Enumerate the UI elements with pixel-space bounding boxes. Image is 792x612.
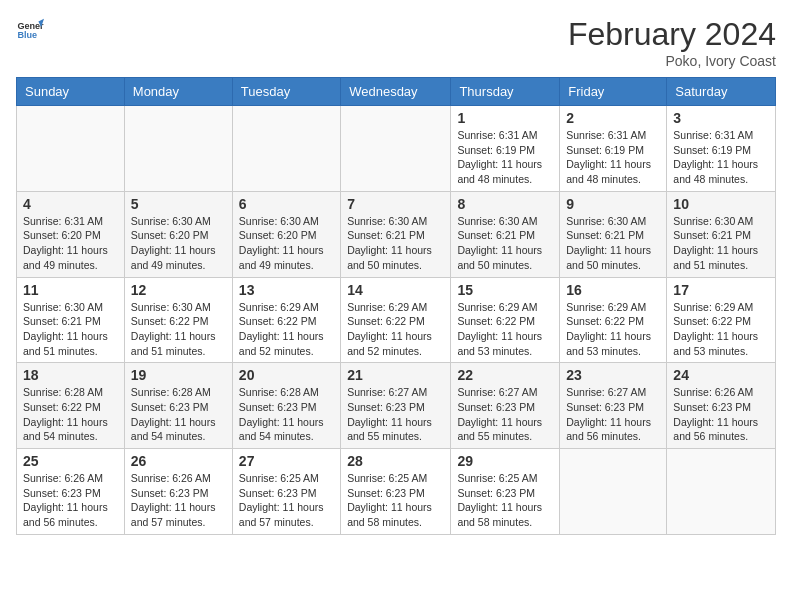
day-info: Sunrise: 6:30 AM Sunset: 6:21 PM Dayligh… — [457, 214, 553, 273]
table-row — [232, 106, 340, 192]
day-info: Sunrise: 6:26 AM Sunset: 6:23 PM Dayligh… — [673, 385, 769, 444]
day-info: Sunrise: 6:30 AM Sunset: 6:21 PM Dayligh… — [23, 300, 118, 359]
day-info: Sunrise: 6:25 AM Sunset: 6:23 PM Dayligh… — [239, 471, 334, 530]
table-row: 28Sunrise: 6:25 AM Sunset: 6:23 PM Dayli… — [341, 449, 451, 535]
col-sunday: Sunday — [17, 78, 125, 106]
day-info: Sunrise: 6:27 AM Sunset: 6:23 PM Dayligh… — [347, 385, 444, 444]
day-number: 1 — [457, 110, 553, 126]
calendar-subtitle: Poko, Ivory Coast — [568, 53, 776, 69]
calendar-week-row: 25Sunrise: 6:26 AM Sunset: 6:23 PM Dayli… — [17, 449, 776, 535]
day-info: Sunrise: 6:29 AM Sunset: 6:22 PM Dayligh… — [347, 300, 444, 359]
day-number: 14 — [347, 282, 444, 298]
day-info: Sunrise: 6:27 AM Sunset: 6:23 PM Dayligh… — [566, 385, 660, 444]
col-monday: Monday — [124, 78, 232, 106]
table-row: 23Sunrise: 6:27 AM Sunset: 6:23 PM Dayli… — [560, 363, 667, 449]
calendar-week-row: 11Sunrise: 6:30 AM Sunset: 6:21 PM Dayli… — [17, 277, 776, 363]
table-row: 14Sunrise: 6:29 AM Sunset: 6:22 PM Dayli… — [341, 277, 451, 363]
svg-text:Blue: Blue — [17, 30, 37, 40]
day-info: Sunrise: 6:29 AM Sunset: 6:22 PM Dayligh… — [239, 300, 334, 359]
day-number: 22 — [457, 367, 553, 383]
day-number: 19 — [131, 367, 226, 383]
day-number: 28 — [347, 453, 444, 469]
table-row: 11Sunrise: 6:30 AM Sunset: 6:21 PM Dayli… — [17, 277, 125, 363]
calendar-week-row: 1Sunrise: 6:31 AM Sunset: 6:19 PM Daylig… — [17, 106, 776, 192]
col-tuesday: Tuesday — [232, 78, 340, 106]
table-row: 27Sunrise: 6:25 AM Sunset: 6:23 PM Dayli… — [232, 449, 340, 535]
day-info: Sunrise: 6:27 AM Sunset: 6:23 PM Dayligh… — [457, 385, 553, 444]
day-number: 24 — [673, 367, 769, 383]
calendar-table: Sunday Monday Tuesday Wednesday Thursday… — [16, 77, 776, 535]
logo-icon: General Blue — [16, 16, 44, 44]
day-number: 20 — [239, 367, 334, 383]
day-number: 9 — [566, 196, 660, 212]
table-row: 15Sunrise: 6:29 AM Sunset: 6:22 PM Dayli… — [451, 277, 560, 363]
day-number: 25 — [23, 453, 118, 469]
day-number: 11 — [23, 282, 118, 298]
day-info: Sunrise: 6:26 AM Sunset: 6:23 PM Dayligh… — [23, 471, 118, 530]
table-row: 7Sunrise: 6:30 AM Sunset: 6:21 PM Daylig… — [341, 191, 451, 277]
day-info: Sunrise: 6:25 AM Sunset: 6:23 PM Dayligh… — [457, 471, 553, 530]
day-number: 21 — [347, 367, 444, 383]
day-number: 27 — [239, 453, 334, 469]
day-info: Sunrise: 6:28 AM Sunset: 6:22 PM Dayligh… — [23, 385, 118, 444]
table-row: 26Sunrise: 6:26 AM Sunset: 6:23 PM Dayli… — [124, 449, 232, 535]
title-area: February 2024 Poko, Ivory Coast — [568, 16, 776, 69]
table-row — [560, 449, 667, 535]
day-number: 8 — [457, 196, 553, 212]
day-info: Sunrise: 6:28 AM Sunset: 6:23 PM Dayligh… — [239, 385, 334, 444]
table-row: 17Sunrise: 6:29 AM Sunset: 6:22 PM Dayli… — [667, 277, 776, 363]
day-number: 4 — [23, 196, 118, 212]
day-info: Sunrise: 6:29 AM Sunset: 6:22 PM Dayligh… — [673, 300, 769, 359]
calendar-week-row: 18Sunrise: 6:28 AM Sunset: 6:22 PM Dayli… — [17, 363, 776, 449]
col-saturday: Saturday — [667, 78, 776, 106]
calendar-header-row: Sunday Monday Tuesday Wednesday Thursday… — [17, 78, 776, 106]
col-friday: Friday — [560, 78, 667, 106]
header: General Blue February 2024 Poko, Ivory C… — [16, 16, 776, 69]
table-row: 19Sunrise: 6:28 AM Sunset: 6:23 PM Dayli… — [124, 363, 232, 449]
day-number: 3 — [673, 110, 769, 126]
day-info: Sunrise: 6:28 AM Sunset: 6:23 PM Dayligh… — [131, 385, 226, 444]
day-info: Sunrise: 6:30 AM Sunset: 6:22 PM Dayligh… — [131, 300, 226, 359]
day-number: 6 — [239, 196, 334, 212]
table-row — [124, 106, 232, 192]
day-info: Sunrise: 6:31 AM Sunset: 6:19 PM Dayligh… — [566, 128, 660, 187]
table-row: 9Sunrise: 6:30 AM Sunset: 6:21 PM Daylig… — [560, 191, 667, 277]
table-row — [17, 106, 125, 192]
day-number: 10 — [673, 196, 769, 212]
day-number: 7 — [347, 196, 444, 212]
day-info: Sunrise: 6:29 AM Sunset: 6:22 PM Dayligh… — [457, 300, 553, 359]
table-row: 10Sunrise: 6:30 AM Sunset: 6:21 PM Dayli… — [667, 191, 776, 277]
table-row: 25Sunrise: 6:26 AM Sunset: 6:23 PM Dayli… — [17, 449, 125, 535]
day-info: Sunrise: 6:30 AM Sunset: 6:20 PM Dayligh… — [239, 214, 334, 273]
calendar-week-row: 4Sunrise: 6:31 AM Sunset: 6:20 PM Daylig… — [17, 191, 776, 277]
table-row: 18Sunrise: 6:28 AM Sunset: 6:22 PM Dayli… — [17, 363, 125, 449]
table-row: 2Sunrise: 6:31 AM Sunset: 6:19 PM Daylig… — [560, 106, 667, 192]
day-number: 26 — [131, 453, 226, 469]
table-row: 6Sunrise: 6:30 AM Sunset: 6:20 PM Daylig… — [232, 191, 340, 277]
table-row: 12Sunrise: 6:30 AM Sunset: 6:22 PM Dayli… — [124, 277, 232, 363]
col-thursday: Thursday — [451, 78, 560, 106]
day-info: Sunrise: 6:26 AM Sunset: 6:23 PM Dayligh… — [131, 471, 226, 530]
day-info: Sunrise: 6:30 AM Sunset: 6:21 PM Dayligh… — [566, 214, 660, 273]
table-row: 8Sunrise: 6:30 AM Sunset: 6:21 PM Daylig… — [451, 191, 560, 277]
day-info: Sunrise: 6:25 AM Sunset: 6:23 PM Dayligh… — [347, 471, 444, 530]
table-row: 16Sunrise: 6:29 AM Sunset: 6:22 PM Dayli… — [560, 277, 667, 363]
day-info: Sunrise: 6:30 AM Sunset: 6:21 PM Dayligh… — [673, 214, 769, 273]
logo: General Blue — [16, 16, 44, 44]
table-row: 21Sunrise: 6:27 AM Sunset: 6:23 PM Dayli… — [341, 363, 451, 449]
day-number: 18 — [23, 367, 118, 383]
day-info: Sunrise: 6:30 AM Sunset: 6:21 PM Dayligh… — [347, 214, 444, 273]
day-number: 12 — [131, 282, 226, 298]
day-info: Sunrise: 6:31 AM Sunset: 6:19 PM Dayligh… — [457, 128, 553, 187]
day-info: Sunrise: 6:31 AM Sunset: 6:20 PM Dayligh… — [23, 214, 118, 273]
day-info: Sunrise: 6:31 AM Sunset: 6:19 PM Dayligh… — [673, 128, 769, 187]
table-row — [667, 449, 776, 535]
table-row: 3Sunrise: 6:31 AM Sunset: 6:19 PM Daylig… — [667, 106, 776, 192]
calendar-title: February 2024 — [568, 16, 776, 53]
day-number: 13 — [239, 282, 334, 298]
day-number: 29 — [457, 453, 553, 469]
table-row: 29Sunrise: 6:25 AM Sunset: 6:23 PM Dayli… — [451, 449, 560, 535]
table-row: 20Sunrise: 6:28 AM Sunset: 6:23 PM Dayli… — [232, 363, 340, 449]
table-row: 4Sunrise: 6:31 AM Sunset: 6:20 PM Daylig… — [17, 191, 125, 277]
day-number: 17 — [673, 282, 769, 298]
